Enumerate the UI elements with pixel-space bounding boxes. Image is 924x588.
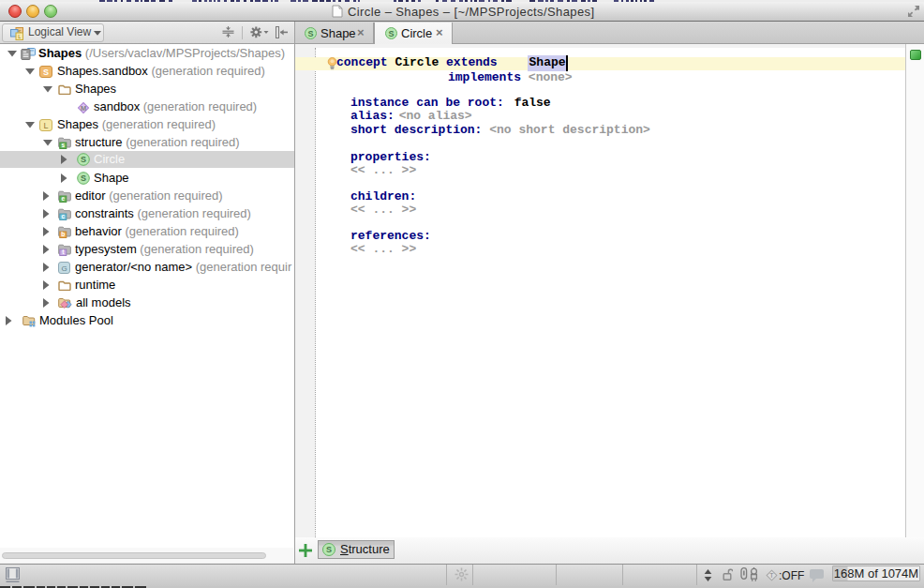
svg-text:e: e — [61, 195, 65, 202]
svg-text:S: S — [388, 29, 394, 38]
svg-text:S: S — [307, 29, 313, 38]
svg-text:S: S — [81, 155, 86, 164]
svg-text:b: b — [61, 231, 65, 237]
svg-text:S: S — [81, 173, 86, 183]
svg-text:L: L — [18, 34, 21, 39]
svg-text:c: c — [61, 213, 65, 219]
svg-text:S: S — [43, 68, 49, 77]
svg-text:T: T — [769, 572, 774, 579]
svg-text:s: s — [61, 142, 65, 148]
svg-text:S: S — [326, 545, 332, 554]
svg-text:G: G — [61, 264, 67, 273]
svg-text:M: M — [81, 104, 86, 113]
svg-text:L: L — [43, 121, 48, 130]
